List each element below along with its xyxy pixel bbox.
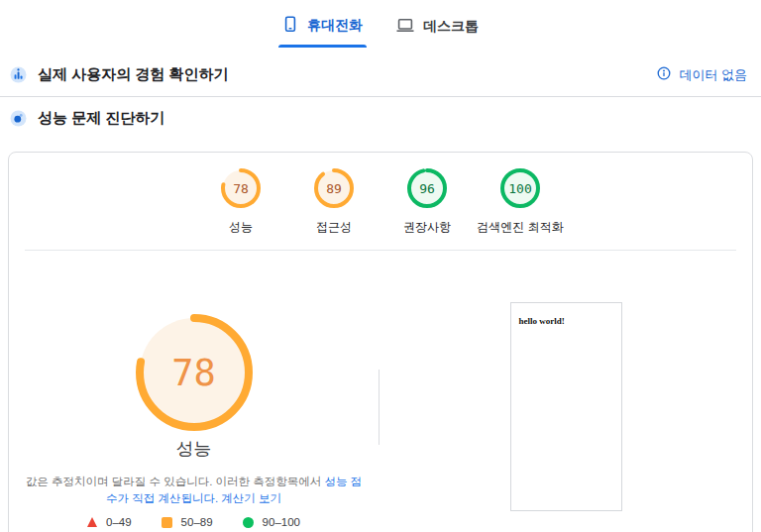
category-label: 성능 (229, 219, 253, 236)
score-note: 값은 추정치이며 달라질 수 있습니다. 이러한 측정항목에서 성능 점수가 직… (25, 474, 364, 507)
performance-gauge-label: 성능 (176, 437, 212, 461)
category-score-value: 78 (221, 168, 261, 208)
diagnostics-header: 성능 문제 진단하기 (0, 97, 761, 140)
diagnostics-title: 성능 문제 진단하기 (38, 109, 164, 128)
circle-icon (243, 517, 254, 528)
performance-column: 78 성능 값은 추정치이며 달라질 수 있습니다. 이러한 측정항목에서 성능… (9, 251, 379, 528)
legend-range: 50–89 (181, 516, 213, 528)
category-gauge: 78 (221, 168, 261, 208)
no-data-label: 데이터 없음 (679, 66, 747, 84)
device-tabs: 휴대전화 데스크톱 (0, 0, 761, 48)
performance-gauge[interactable]: 78 (136, 314, 253, 431)
tab-mobile[interactable]: 휴대전화 (278, 8, 367, 48)
tab-desktop[interactable]: 데스크톱 (392, 10, 483, 48)
tab-desktop-label: 데스크톱 (423, 18, 479, 36)
tab-mobile-label: 휴대전화 (307, 17, 363, 35)
category-score-item[interactable]: 78성능 (194, 168, 287, 236)
category-score-value: 100 (500, 168, 540, 208)
info-icon[interactable] (657, 66, 671, 83)
screenshot-text: hello world! (519, 316, 565, 326)
no-data-status[interactable]: 데이터 없음 (657, 66, 751, 84)
triangle-icon (87, 517, 97, 527)
score-legend: 0–4950–8990–100 (87, 516, 300, 528)
category-gauge: 100 (500, 168, 540, 208)
user-experience-icon (10, 66, 27, 83)
category-gauge: 89 (314, 168, 354, 208)
calculator-link[interactable]: 계산기 보기 (221, 492, 281, 504)
category-label: 접근성 (316, 219, 352, 236)
active-tab-indicator (278, 45, 367, 48)
category-gauge: 96 (407, 168, 447, 208)
pagespeed-report: 휴대전화 데스크톱 실제 사용자의 경험 확인하기 (0, 0, 761, 532)
laptop-icon (396, 18, 414, 36)
field-data-header: 실제 사용자의 경험 확인하기 데이터 없음 (0, 53, 761, 96)
legend-item: 0–49 (87, 516, 132, 528)
category-score-item[interactable]: 89접근성 (287, 168, 380, 236)
category-label: 검색엔진 최적화 (477, 219, 563, 236)
page-screenshot: hello world! (510, 302, 622, 511)
category-label: 권장사항 (403, 219, 451, 236)
category-score-item[interactable]: 96권장사항 (380, 168, 474, 236)
legend-range: 90–100 (263, 516, 300, 528)
category-score-value: 96 (407, 168, 447, 208)
note-text: 값은 추정치이며 달라질 수 있습니다. 이러한 측정항목에서 (26, 476, 325, 487)
category-scores: 78성능89접근성96권장사항100검색엔진 최적화 (9, 153, 752, 248)
legend-item: 50–89 (162, 516, 213, 528)
lab-report-card: 78성능89접근성96권장사항100검색엔진 최적화 78 성능 값은 추정치이… (8, 152, 753, 532)
performance-score: 78 (136, 314, 253, 431)
legend-range: 0–49 (106, 516, 132, 528)
category-score-item[interactable]: 100검색엔진 최적화 (474, 168, 567, 236)
phone-icon (282, 16, 298, 36)
square-icon (162, 517, 172, 528)
category-score-value: 89 (314, 168, 354, 208)
field-data-title: 실제 사용자의 경험 확인하기 (38, 65, 229, 84)
diagnose-icon (10, 110, 27, 127)
legend-item: 90–100 (243, 516, 300, 528)
performance-section: 78 성능 값은 추정치이며 달라질 수 있습니다. 이러한 측정항목에서 성능… (9, 251, 752, 528)
screenshot-column: hello world! (380, 251, 752, 528)
